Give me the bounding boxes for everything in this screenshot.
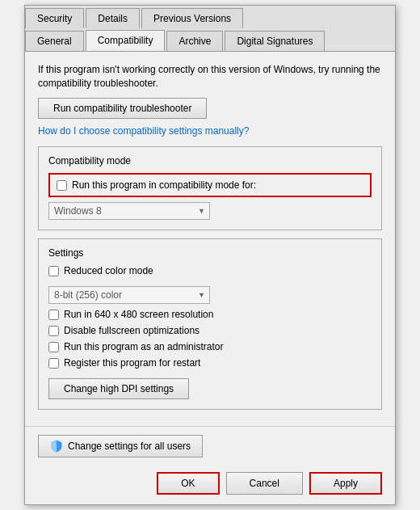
register-restart-checkbox[interactable]: [48, 358, 59, 369]
disable-fullscreen-checkbox[interactable]: [48, 326, 59, 336]
ok-button[interactable]: OK: [157, 472, 219, 495]
bottom-bar: Change settings for all users: [25, 426, 395, 466]
tab-row-2: General Compatibility Archive Digital Si…: [25, 28, 395, 52]
os-dropdown-wrapper: Windows 8 Windows 7 Windows Vista (SP2) …: [48, 202, 210, 220]
tab-digital-signatures[interactable]: Digital Signatures: [225, 31, 325, 51]
how-do-i-link[interactable]: How do I choose compatibility settings m…: [38, 125, 382, 137]
checkbox-row-register-restart: Register this program for restart: [48, 357, 372, 369]
description-text: If this program isn't working correctly …: [38, 63, 382, 91]
reduced-color-checkbox[interactable]: [48, 266, 59, 276]
640x480-checkbox[interactable]: [48, 310, 59, 320]
checkbox-row-640x480: Run in 640 x 480 screen resolution: [48, 309, 372, 320]
disable-fullscreen-label: Disable fullscreen optimizations: [64, 325, 200, 336]
properties-dialog: Security Details Previous Versions Gener…: [24, 5, 396, 506]
compatibility-mode-label: Compatibility mode: [48, 155, 372, 166]
change-high-dpi-button[interactable]: Change high DPI settings: [48, 378, 189, 399]
change-settings-label: Change settings for all users: [68, 440, 191, 452]
cancel-button[interactable]: Cancel: [226, 472, 303, 495]
register-restart-label: Register this program for restart: [64, 357, 200, 369]
checkbox-row-run-as-admin: Run this program as an administrator: [48, 341, 372, 352]
tab-compatibility[interactable]: Compatibility: [86, 30, 166, 51]
troubleshoot-button[interactable]: Run compatibility troubleshooter: [38, 98, 207, 119]
640x480-label: Run in 640 x 480 screen resolution: [64, 309, 213, 320]
run-as-admin-checkbox[interactable]: [48, 342, 59, 352]
tab-general[interactable]: General: [25, 31, 84, 51]
compatibility-mode-section: Compatibility mode Run this program in c…: [38, 146, 382, 230]
compat-mode-checkbox[interactable]: [57, 180, 67, 191]
dialog-buttons: OK Cancel Apply: [25, 466, 395, 504]
settings-label: Settings: [48, 247, 372, 259]
run-as-admin-label: Run this program as an administrator: [64, 341, 223, 352]
checkbox-row-reduced-color: Reduced color mode: [48, 265, 372, 276]
tab-row-1: Security Details Previous Versions: [25, 6, 395, 28]
tab-archive[interactable]: Archive: [166, 31, 223, 51]
color-dropdown-wrapper: 8-bit (256) color 16-bit color: [48, 286, 210, 304]
compat-mode-checkbox-row: Run this program in compatibility mode f…: [48, 173, 372, 197]
tab-details[interactable]: Details: [86, 8, 140, 28]
apply-button[interactable]: Apply: [309, 472, 382, 495]
tab-security[interactable]: Security: [25, 8, 84, 28]
checkbox-row-disable-fullscreen: Disable fullscreen optimizations: [48, 325, 372, 336]
compat-mode-text: Run this program in compatibility mode f…: [72, 179, 256, 191]
main-content: If this program isn't working correctly …: [25, 52, 395, 427]
os-dropdown[interactable]: Windows 8 Windows 7 Windows Vista (SP2) …: [48, 202, 210, 220]
reduced-color-label: Reduced color mode: [64, 265, 153, 276]
tab-previous-versions[interactable]: Previous Versions: [141, 8, 243, 28]
settings-section: Settings Reduced color mode 8-bit (256) …: [38, 238, 382, 410]
shield-icon: [50, 440, 63, 453]
color-dropdown[interactable]: 8-bit (256) color 16-bit color: [48, 286, 210, 304]
change-settings-button[interactable]: Change settings for all users: [38, 435, 203, 457]
